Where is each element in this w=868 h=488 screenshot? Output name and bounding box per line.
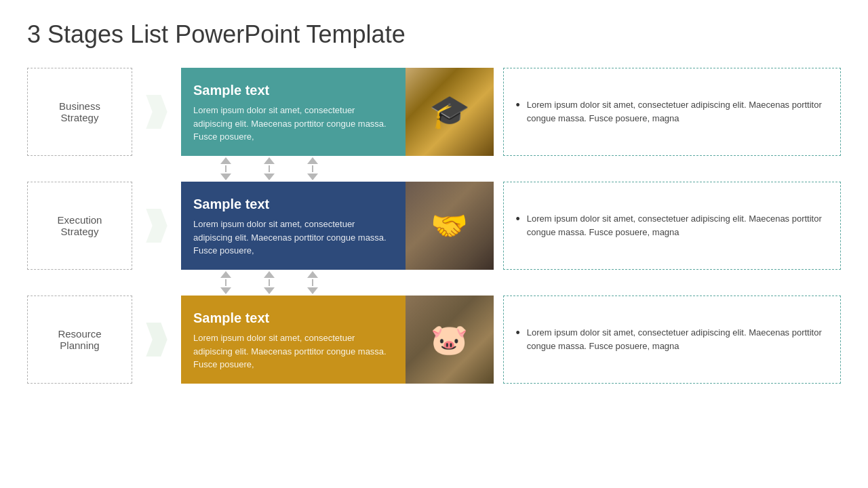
card-image-3 (406, 296, 494, 384)
desc-text-2: Lorem ipsum dolor sit amet, consectetuer… (527, 212, 828, 239)
desc-bullet-1: • Lorem ipsum dolor sit amet, consectetu… (516, 98, 829, 125)
card-title-3: Sample text (193, 310, 395, 326)
double-arrow-2b (264, 271, 275, 294)
desc-bullet-3: • Lorem ipsum dolor sit amet, consectetu… (516, 326, 829, 353)
arrow-down-2b (264, 287, 275, 294)
card-title-1: Sample text (193, 83, 395, 98)
arrow-up-2c (307, 271, 318, 278)
card-image-1 (406, 68, 494, 156)
stage-row-1: BusinessStrategy Sample text Lorem ipsum… (27, 68, 841, 156)
desc-text-1: Lorem ipsum dolor sit amet, consectetuer… (527, 98, 828, 125)
stage-label-2: ExecutionStrategy (27, 182, 132, 270)
arrow-line-1b (269, 165, 270, 172)
page-title: 3 Stages List PowerPoint Template (27, 20, 841, 49)
bullet-dot-1: • (516, 98, 520, 113)
arrow-up-1c (307, 157, 318, 164)
arrow-down-1c (307, 174, 318, 180)
stage-desc-3: • Lorem ipsum dolor sit amet, consectetu… (503, 296, 842, 384)
svg-marker-0 (146, 95, 167, 129)
stage-chevron-2 (132, 182, 181, 270)
card-text-1: Sample text Lorem ipsum dolor sit amet, … (181, 68, 406, 156)
svg-marker-2 (146, 323, 167, 357)
arrow-down-1b (264, 174, 275, 180)
connector-1 (27, 156, 841, 182)
card-body-3: Lorem ipsum dolor sit amet, consectetuer… (193, 331, 395, 371)
bullet-dot-3: • (516, 326, 520, 341)
stage-chevron-1 (132, 68, 181, 156)
double-arrow-2a (220, 271, 231, 294)
stage-row-2: ExecutionStrategy Sample text Lorem ipsu… (27, 182, 841, 270)
arrow-line-2a (225, 279, 226, 286)
card-image-2 (406, 182, 494, 270)
arrow-line-2c (312, 279, 313, 286)
stage-row-3: ResourcePlanning Sample text Lorem ipsum… (27, 296, 841, 384)
arrow-line-1c (312, 165, 313, 172)
graduation-image (406, 68, 494, 156)
stage-label-3: ResourcePlanning (27, 296, 132, 384)
arrow-line-2b (269, 279, 270, 286)
stage-desc-2: • Lorem ipsum dolor sit amet, consectetu… (503, 182, 842, 270)
card-body-1: Lorem ipsum dolor sit amet, consectetuer… (193, 104, 395, 144)
bullet-dot-2: • (516, 212, 520, 227)
connector-2 (27, 270, 841, 296)
double-arrow-1b (264, 157, 275, 180)
stage-card-1: Sample text Lorem ipsum dolor sit amet, … (181, 68, 494, 156)
stage-card-3: Sample text Lorem ipsum dolor sit amet, … (181, 296, 494, 384)
arrow-up-1a (220, 157, 231, 164)
card-text-2: Sample text Lorem ipsum dolor sit amet, … (181, 182, 406, 270)
arrows-row-1 (220, 157, 318, 180)
stage-chevron-3 (132, 296, 181, 384)
stage-desc-1: • Lorem ipsum dolor sit amet, consectetu… (503, 68, 842, 156)
desc-bullet-2: • Lorem ipsum dolor sit amet, consectetu… (516, 212, 829, 239)
arrow-up-2a (220, 271, 231, 278)
arrow-down-2c (307, 287, 318, 294)
arrow-line-1a (225, 165, 226, 172)
arrow-down-1a (220, 174, 231, 180)
double-arrow-1a (220, 157, 231, 180)
card-text-3: Sample text Lorem ipsum dolor sit amet, … (181, 296, 406, 384)
desc-text-3: Lorem ipsum dolor sit amet, consectetuer… (527, 326, 828, 353)
strategy-image (406, 182, 494, 270)
arrow-up-2b (264, 271, 275, 278)
piggy-image (406, 296, 494, 384)
svg-marker-1 (146, 209, 167, 243)
card-body-2: Lorem ipsum dolor sit amet, consectetuer… (193, 218, 395, 258)
card-title-2: Sample text (193, 197, 395, 212)
stage-label-1: BusinessStrategy (27, 68, 132, 156)
main-content: BusinessStrategy Sample text Lorem ipsum… (27, 68, 841, 384)
stage-card-2: Sample text Lorem ipsum dolor sit amet, … (181, 182, 494, 270)
arrow-up-1b (264, 157, 275, 164)
arrow-down-2a (220, 287, 231, 294)
double-arrow-1c (307, 157, 318, 180)
arrows-row-2 (220, 271, 318, 294)
double-arrow-2c (307, 271, 318, 294)
